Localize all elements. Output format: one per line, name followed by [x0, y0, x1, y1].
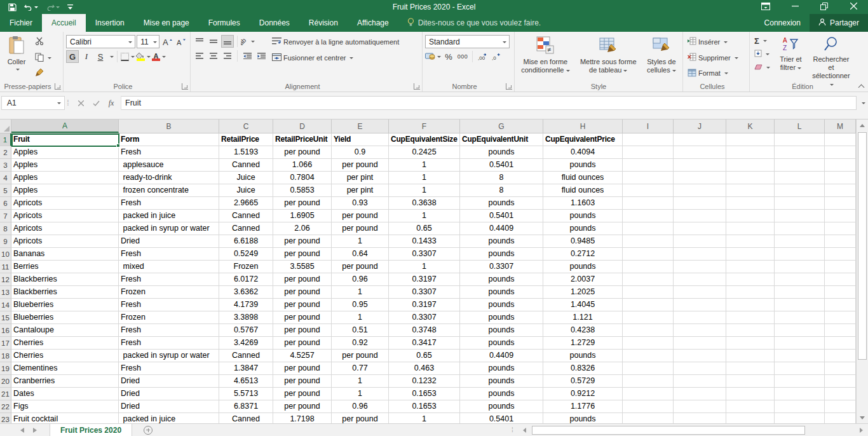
cell-J3[interactable]	[674, 159, 726, 172]
cell-J8[interactable]	[674, 222, 726, 235]
cell-F16[interactable]: 0.3748	[389, 324, 460, 337]
cell-G6[interactable]: pounds	[460, 197, 543, 210]
cell-B15[interactable]: Frozen	[119, 311, 219, 324]
cell-A19[interactable]: Clementines	[11, 362, 119, 375]
cell-M22[interactable]	[825, 400, 856, 413]
cell-A9[interactable]: Apricots	[11, 235, 119, 248]
cell-E3[interactable]: per pound	[332, 159, 389, 172]
autosum-button[interactable]: Σ	[752, 35, 772, 46]
format-painter-button[interactable]	[33, 66, 53, 80]
cell-F15[interactable]: 0.3307	[389, 311, 460, 324]
cell-I3[interactable]	[623, 159, 674, 172]
font-name-combo[interactable]: Calibri	[66, 35, 135, 48]
scroll-down-button[interactable]	[857, 412, 868, 423]
cell-E14[interactable]: 0.95	[332, 299, 389, 311]
cell-I4[interactable]	[623, 172, 674, 184]
cell-C8[interactable]: Canned	[219, 222, 273, 235]
row-header-13[interactable]: 13	[0, 286, 11, 299]
cell-I15[interactable]	[623, 311, 674, 324]
tab-accueil[interactable]: Accueil	[42, 14, 86, 32]
cell-J17[interactable]	[674, 337, 726, 350]
cell-F12[interactable]: 0.3197	[389, 273, 460, 286]
cell-I22[interactable]	[623, 400, 674, 413]
cell-E1[interactable]: Yield	[332, 133, 389, 146]
cell-E12[interactable]: 0.96	[332, 273, 389, 286]
row-header-19[interactable]: 19	[0, 362, 11, 375]
accounting-format-button[interactable]	[425, 50, 441, 63]
conditional-formatting-dropdown-arrow[interactable]	[566, 70, 570, 74]
cell-A4[interactable]: Apples	[11, 172, 119, 184]
column-header-e[interactable]: E	[332, 119, 389, 133]
cell-B13[interactable]: Frozen	[119, 286, 219, 299]
cell-M1[interactable]	[825, 133, 856, 146]
cell-H8[interactable]: pounds	[543, 222, 623, 235]
cell-M16[interactable]	[825, 324, 856, 337]
row-header-12[interactable]: 12	[0, 273, 11, 286]
cell-B14[interactable]: Fresh	[119, 299, 219, 311]
cell-L12[interactable]	[775, 273, 825, 286]
cell-K23[interactable]	[726, 413, 775, 423]
cell-L13[interactable]	[775, 286, 825, 299]
cell-M17[interactable]	[825, 337, 856, 350]
column-header-k[interactable]: K	[726, 119, 775, 133]
cell-M14[interactable]	[825, 299, 856, 311]
cell-K20[interactable]	[726, 375, 775, 388]
cut-button[interactable]	[33, 35, 53, 49]
cell-I23[interactable]	[623, 413, 674, 423]
cell-K7[interactable]	[726, 210, 775, 222]
cell-G2[interactable]: pounds	[460, 146, 543, 159]
increase-font-size-button[interactable]: A	[161, 36, 173, 48]
cell-K6[interactable]	[726, 197, 775, 210]
sign-in-button[interactable]: Connexion	[756, 14, 810, 32]
cell-G21[interactable]: pounds	[460, 388, 543, 400]
horizontal-scrollbar[interactable]: ⁞	[512, 424, 868, 436]
sort-filter-button[interactable]: AZ Trier et filtrer	[773, 34, 808, 81]
cell-I8[interactable]	[623, 222, 674, 235]
cell-J14[interactable]	[674, 299, 726, 311]
underline-button[interactable]: S	[94, 50, 107, 63]
cell-G10[interactable]: pounds	[460, 248, 543, 261]
cell-D12[interactable]: per pound	[273, 273, 332, 286]
insert-cells-button[interactable]: Insérer	[686, 35, 740, 49]
formula-bar-expand-button[interactable]	[857, 96, 868, 110]
cell-H13[interactable]: 1.2025	[543, 286, 623, 299]
cell-C22[interactable]: 6.8371	[219, 400, 273, 413]
cell-C17[interactable]: 3.4269	[219, 337, 273, 350]
cell-I21[interactable]	[623, 388, 674, 400]
cell-D8[interactable]: 2.06	[273, 222, 332, 235]
cell-A20[interactable]: Cranberries	[11, 375, 119, 388]
cell-B18[interactable]: packed in syrup or water	[119, 350, 219, 362]
cell-D1[interactable]: RetailPriceUnit	[273, 133, 332, 146]
cell-K5[interactable]	[726, 184, 775, 197]
cell-C19[interactable]: 1.3847	[219, 362, 273, 375]
cell-E10[interactable]: 0.64	[332, 248, 389, 261]
cell-A15[interactable]: Blueberries	[11, 311, 119, 324]
cell-H11[interactable]: pounds	[543, 261, 623, 273]
row-header-20[interactable]: 20	[0, 375, 11, 388]
borders-button[interactable]	[121, 50, 135, 63]
row-header-4[interactable]: 4	[0, 172, 11, 184]
select-all-button[interactable]	[0, 119, 11, 133]
scroll-up-button[interactable]	[857, 119, 868, 131]
cell-L15[interactable]	[775, 311, 825, 324]
cell-K16[interactable]	[726, 324, 775, 337]
cell-F1[interactable]: CupEquivalentSize	[389, 133, 460, 146]
row-header-16[interactable]: 16	[0, 324, 11, 337]
cell-A22[interactable]: Figs	[11, 400, 119, 413]
number-format-combo[interactable]: Standard	[425, 35, 510, 48]
format-dropdown-arrow[interactable]	[724, 72, 728, 76]
cell-E6[interactable]: 0.93	[332, 197, 389, 210]
cell-A12[interactable]: Blackberries	[11, 273, 119, 286]
row-header-11[interactable]: 11	[0, 261, 11, 273]
cell-G19[interactable]: pounds	[460, 362, 543, 375]
cell-A14[interactable]: Blueberries	[11, 299, 119, 311]
row-header-14[interactable]: 14	[0, 299, 11, 311]
row-header-18[interactable]: 18	[0, 350, 11, 362]
paste-button[interactable]: Coller	[1, 34, 32, 81]
cell-H22[interactable]: 1.1776	[543, 400, 623, 413]
cell-D23[interactable]: 1.7198	[273, 413, 332, 423]
restore-button[interactable]	[810, 0, 839, 14]
cell-J20[interactable]	[674, 375, 726, 388]
cell-G18[interactable]: 0.4409	[460, 350, 543, 362]
tab-mise-en-page[interactable]: Mise en page	[134, 14, 199, 32]
